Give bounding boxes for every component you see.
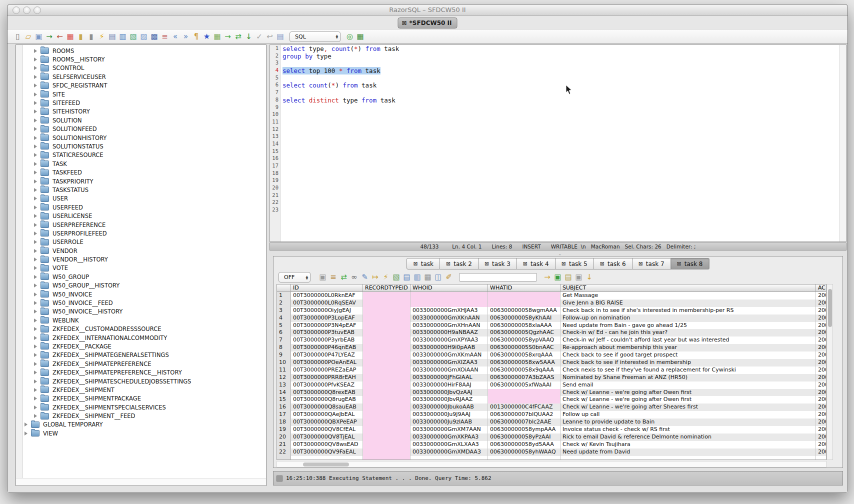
expand-arrow-icon[interactable] [34, 110, 37, 114]
data-cell[interactable]: 200 [816, 292, 826, 300]
copy-connection-icon[interactable]: ▦ [65, 32, 76, 42]
tree-item[interactable]: SOLUTION [22, 116, 266, 124]
null-cell[interactable] [363, 300, 410, 307]
code-line[interactable] [282, 118, 839, 126]
script-icon[interactable]: ▤ [563, 272, 574, 282]
data-cell[interactable]: 00T3000000QV8wsEAD [291, 441, 363, 448]
export-results-icon[interactable]: ▣ [552, 272, 563, 282]
expand-arrow-icon[interactable] [34, 353, 37, 357]
go-icon[interactable]: → [222, 32, 233, 42]
insert-row-icon[interactable]: ↦ [370, 272, 380, 282]
code-line[interactable] [282, 133, 839, 140]
expand-arrow-icon[interactable] [34, 336, 37, 340]
export-data-icon[interactable]: ▥ [118, 32, 128, 42]
data-cell[interactable]: Check nexis to see if they've found a re… [560, 366, 816, 374]
expand-arrow-icon[interactable] [34, 118, 37, 122]
shift-right-icon[interactable]: » [180, 32, 191, 42]
tree-item[interactable]: ROOMS__HISTORY [22, 55, 266, 64]
code-line[interactable] [282, 89, 839, 96]
data-cell[interactable]: 006300000058xrqAAA [488, 352, 560, 359]
expand-arrow-icon[interactable] [34, 388, 37, 392]
tree-item[interactable]: ZKFEDEX__SHIPMENT__FEED [22, 412, 266, 420]
expand-arrow-icon[interactable] [34, 301, 37, 305]
data-cell[interactable]: 00T3000000QBXPeEAP [291, 418, 363, 426]
expand-arrow-icon[interactable] [34, 180, 37, 184]
data-cell[interactable]: 200 [816, 441, 826, 448]
data-cell[interactable]: 00630000007blc2AAE [488, 418, 560, 426]
data-cell[interactable]: 006300000058yd5AAA [488, 441, 560, 448]
tree-item[interactable]: W50_INVOICE__FEED [22, 298, 266, 307]
tree-item[interactable]: USERPREFERENCE [22, 220, 266, 229]
tree-item[interactable]: SOLUTIONFEED [22, 125, 266, 134]
import-data-icon[interactable]: ▧ [128, 32, 138, 42]
tree-item[interactable]: USER [22, 194, 266, 203]
data-cell[interactable]: 00T3000000PRR8rEAH [291, 374, 363, 382]
tree-item[interactable]: W50_GROUP__HISTORY [22, 282, 266, 290]
expand-arrow-icon[interactable] [34, 292, 37, 296]
data-cell[interactable]: 00630000005xfWaAAI [488, 382, 560, 389]
table-row[interactable]: 1700T3000000QAeJbEAL0033000000Ju9J9AAJ00… [277, 411, 826, 418]
table-row[interactable]: 1300T3000000PfvKSEAZ0033000000HirF8AAJ00… [277, 382, 826, 389]
tree-item[interactable]: ZKFEDEX__SHIPMATEPREFERENCE__HISTORY [22, 368, 266, 376]
expand-arrow-icon[interactable] [34, 49, 37, 53]
null-cell[interactable] [363, 344, 410, 352]
expand-arrow-icon[interactable] [34, 414, 37, 418]
expand-arrow-icon[interactable] [34, 170, 37, 174]
data-cell[interactable]: Nominated by Shane Freeman at ANZ (HR50) [560, 374, 816, 382]
expand-arrow-icon[interactable] [34, 396, 37, 400]
edit-results-icon[interactable]: ◎ [344, 32, 355, 42]
rollback-icon[interactable]: ↩ [264, 32, 275, 42]
null-cell[interactable] [410, 300, 488, 307]
expand-arrow-icon[interactable] [34, 406, 37, 410]
copy-results-icon[interactable]: ▧ [391, 272, 402, 282]
table-row[interactable]: 1200T3000000PRR8rEAH0033000000JFhGlAAL00… [277, 374, 826, 382]
code-line[interactable] [282, 170, 839, 178]
data-cell[interactable]: 0033000000HirF8AAJ [410, 382, 488, 389]
limit-select[interactable]: OFF ▲▼ [278, 272, 310, 282]
text-results-icon[interactable]: ▥ [412, 272, 422, 282]
null-cell[interactable] [363, 418, 410, 426]
close-result-tab-icon[interactable]: ⊠ [677, 260, 682, 267]
expand-arrow-icon[interactable] [34, 344, 37, 348]
expand-arrow-icon[interactable] [34, 153, 37, 157]
code-line[interactable] [282, 74, 839, 82]
tree-vertical-scrollbar[interactable] [16, 45, 23, 478]
fetch-icon[interactable]: ↓ [244, 32, 254, 42]
data-cell[interactable]: 00T3000000L0RknEAF [291, 292, 363, 300]
table-row[interactable]: 300T3000000OiyJgEAJ0033000000GmXHJAA3006… [277, 307, 826, 314]
data-cell[interactable]: 006300000058yKhAAI [488, 314, 560, 322]
tree-item[interactable]: GLOBAL TEMPORARY [22, 420, 266, 429]
save-results-icon[interactable]: ▣ [318, 272, 328, 282]
expand-arrow-icon[interactable] [34, 362, 37, 366]
code-line[interactable] [282, 148, 839, 156]
open-icon[interactable]: ▱ [23, 32, 34, 42]
expand-arrow-icon[interactable] [34, 318, 37, 322]
add-connection-icon[interactable]: ▮ [76, 32, 86, 42]
copy-cell-icon[interactable]: ▦ [422, 272, 433, 282]
data-cell[interactable]: Check back in to see if she's interested… [560, 307, 816, 314]
table-row[interactable]: 700T3000000P3yrbEAB0033000000GmXPYAA3006… [277, 336, 826, 344]
code-line[interactable] [282, 177, 839, 184]
data-cell[interactable]: 006300000058ypVAAQ [488, 336, 560, 344]
code-line[interactable] [282, 140, 839, 148]
document-tab[interactable]: ⊠ *SFDCW50 II [398, 18, 458, 28]
expand-arrow-icon[interactable] [34, 310, 37, 314]
close-result-tab-icon[interactable]: ⊠ [484, 260, 489, 267]
data-cell[interactable]: Check-in w/ Ed - can he join this year? [560, 329, 816, 336]
tree-item[interactable]: ZKFEDEX__CUSTOMADDRESSSOURCE [22, 325, 266, 334]
tree-item[interactable]: STATICRESOURCE [22, 151, 266, 160]
data-cell[interactable]: Check back to see if good target prospec… [560, 352, 816, 359]
result-tab[interactable]: ⊠task 5 [556, 258, 594, 270]
data-cell[interactable]: Rick to email David & reference Delmonte… [560, 434, 816, 441]
data-cell[interactable]: 00T3000000Q8rexEAB [291, 389, 363, 396]
null-cell[interactable] [410, 292, 488, 300]
tree-item[interactable]: TASKFEED [22, 168, 266, 176]
column-header[interactable]: AC [816, 284, 826, 292]
commit-icon[interactable]: ✓ [254, 32, 264, 42]
editor-vertical-scrollbar[interactable] [839, 45, 846, 242]
data-cell[interactable]: 00630000007A3bZAAS [488, 374, 560, 382]
data-cell[interactable]: 200 [816, 389, 826, 396]
code-line[interactable]: select distinct type from task [282, 96, 839, 104]
grid-hscroll-thumb[interactable] [303, 462, 349, 466]
data-cell[interactable]: 0013000000C4fFCAAZ [488, 404, 560, 411]
